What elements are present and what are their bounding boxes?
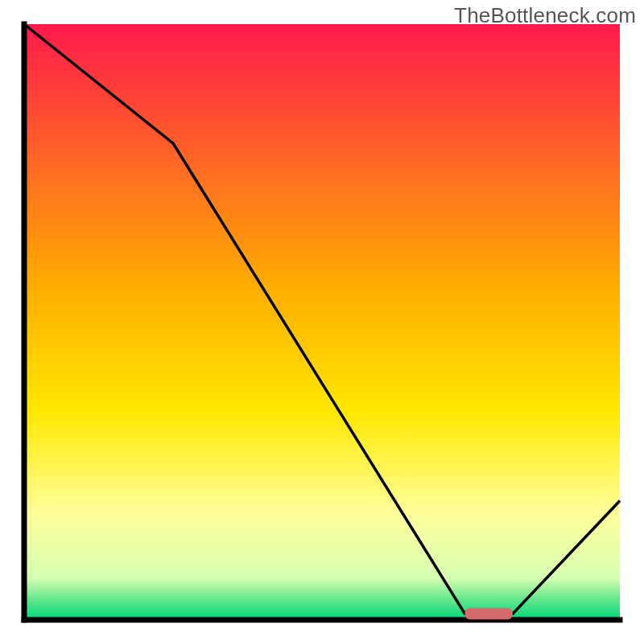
bottleneck-chart	[0, 0, 644, 644]
plot-background	[24, 24, 620, 620]
optimal-range-marker	[465, 609, 513, 620]
watermark-text: TheBottleneck.com	[454, 3, 636, 28]
bottleneck-chart-container: TheBottleneck.com	[0, 0, 644, 644]
